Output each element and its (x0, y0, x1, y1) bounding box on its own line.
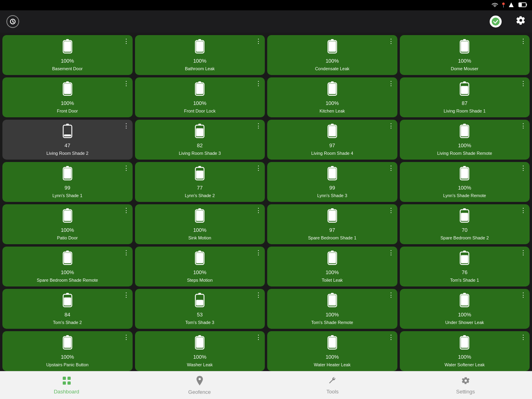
device-name: Patio Door (57, 235, 78, 241)
more-button[interactable]: ⋮ (388, 165, 394, 172)
more-button[interactable]: ⋮ (255, 292, 262, 298)
more-button[interactable]: ⋮ (520, 292, 526, 298)
more-button[interactable]: ⋮ (123, 334, 129, 341)
nav-item-tools[interactable]: Tools (266, 376, 399, 395)
more-button[interactable]: ⋮ (123, 207, 129, 214)
svg-rect-53 (461, 168, 468, 179)
device-name: Sink Motion (189, 235, 211, 241)
svg-rect-65 (461, 213, 468, 221)
more-button[interactable]: ⋮ (520, 38, 526, 45)
device-card[interactable]: ⋮ 100% Water Heater Leak (267, 331, 397, 371)
battery-icon (459, 293, 470, 311)
device-card[interactable]: ⋮ 53 Tom's Shade 3 (135, 289, 265, 329)
device-card[interactable]: ⋮ 100% Kitchen Leak (267, 77, 397, 117)
nav-item-dashboard[interactable]: Dashboard (0, 376, 133, 395)
more-button[interactable]: ⋮ (388, 292, 394, 298)
more-button[interactable]: ⋮ (388, 38, 394, 45)
device-card[interactable]: ⋮ 100% Steps Motion (135, 247, 265, 286)
device-card[interactable]: ⋮ 100% Under Shower Leak (400, 289, 530, 329)
svg-rect-71 (196, 253, 203, 263)
more-button[interactable]: ⋮ (123, 165, 129, 172)
device-card[interactable]: ⋮ 100% Upstairs Panic Button (2, 331, 133, 371)
battery-level: 99 (65, 185, 70, 191)
svg-rect-56 (64, 211, 71, 221)
more-button[interactable]: ⋮ (520, 207, 526, 214)
more-button[interactable]: ⋮ (123, 123, 129, 129)
svg-rect-38 (329, 126, 336, 136)
more-button[interactable]: ⋮ (388, 123, 394, 129)
device-card[interactable]: ⋮ 100% Condensate Leak (267, 35, 397, 75)
device-card[interactable]: ⋮ 100% Front Door Lock (135, 77, 265, 117)
more-button[interactable]: ⋮ (123, 292, 129, 298)
device-card[interactable]: ⋮ 84 Tom's Shade 2 (2, 289, 133, 329)
device-card[interactable]: ⋮ 100% Water Softener Leak (400, 331, 530, 371)
more-button[interactable]: ⋮ (520, 165, 526, 172)
battery-level: 100% (458, 142, 471, 148)
device-name: Lynn's Shade 1 (52, 193, 82, 198)
more-button[interactable]: ⋮ (388, 81, 394, 87)
more-button[interactable]: ⋮ (255, 250, 262, 256)
bottom-nav: Dashboard Geofence Tools Settings (0, 371, 532, 399)
more-button[interactable]: ⋮ (255, 81, 262, 87)
more-button[interactable]: ⋮ (123, 250, 129, 256)
more-button[interactable]: ⋮ (520, 250, 526, 256)
more-button[interactable]: ⋮ (520, 334, 526, 341)
nav-label-dashboard: Dashboard (54, 389, 79, 395)
battery-level: 82 (197, 142, 202, 148)
device-card[interactable]: ⋮ 99 Lynn's Shade 3 (267, 162, 397, 202)
check-icon[interactable] (490, 16, 502, 28)
more-button[interactable]: ⋮ (520, 123, 526, 129)
device-card[interactable]: ⋮ 97 Living Room Shade 4 (267, 120, 397, 160)
more-button[interactable]: ⋮ (520, 81, 526, 87)
battery-level: 100% (61, 227, 74, 233)
device-card[interactable]: ⋮ 100% Dome Mouser (400, 35, 530, 75)
device-name: Water Heater Leak (314, 362, 351, 367)
device-card[interactable]: ⋮ 47 Living Room Shade 2 (2, 120, 133, 160)
more-button[interactable]: ⋮ (255, 165, 262, 172)
device-card[interactable]: ⋮ 100% Tom's Shade Remote (267, 289, 397, 329)
nav-item-geofence[interactable]: Geofence (133, 376, 266, 395)
nav-icon-settings (461, 376, 470, 387)
battery-level: 70 (462, 227, 467, 233)
more-button[interactable]: ⋮ (388, 207, 394, 214)
device-card[interactable]: ⋮ 97 Spare Bedroom Shade 1 (267, 204, 397, 244)
settings-button[interactable] (516, 16, 526, 28)
more-button[interactable]: ⋮ (255, 334, 262, 341)
svg-rect-109 (67, 377, 71, 380)
device-card[interactable]: ⋮ 87 Living Room Shade 1 (400, 77, 530, 117)
device-card[interactable]: ⋮ 100% Patio Door (2, 204, 133, 244)
device-card[interactable]: ⋮ 99 Lynn's Shade 1 (2, 162, 133, 202)
more-button[interactable]: ⋮ (388, 334, 394, 341)
more-button[interactable]: ⋮ (123, 81, 129, 87)
device-card[interactable]: ⋮ 100% Spare Bedroom Shade Remote (2, 247, 133, 286)
device-name: Tom's Shade 1 (450, 278, 479, 283)
device-card[interactable]: ⋮ 100% Bathroom Leak (135, 35, 265, 75)
device-name: Spare Bedroom Shade 1 (308, 235, 356, 241)
device-card[interactable]: ⋮ 100% Lynn's Shade Remote (400, 162, 530, 202)
more-button[interactable]: ⋮ (388, 250, 394, 256)
back-circle-icon[interactable] (6, 15, 19, 28)
device-card[interactable]: ⋮ 70 Spare Bedroom Shade 2 (400, 204, 530, 244)
device-card[interactable]: ⋮ 100% Toilet Leak (267, 247, 397, 286)
device-card[interactable]: ⋮ 100% Front Door (2, 77, 133, 117)
device-card[interactable]: ⋮ 100% Washer Leak (135, 331, 265, 371)
device-name: Tom's Shade Remote (311, 320, 353, 325)
battery-level: 100% (61, 269, 74, 275)
device-card[interactable]: ⋮ 76 Tom's Shade 1 (400, 247, 530, 286)
more-button[interactable]: ⋮ (123, 38, 129, 45)
battery-icon (194, 335, 205, 353)
nav-label-settings: Settings (456, 389, 475, 395)
device-card[interactable]: ⋮ 100% Living Room Shade Remote (400, 120, 530, 160)
battery-icon (459, 335, 470, 353)
device-card[interactable]: ⋮ 82 Living Room Shade 3 (135, 120, 265, 160)
device-card[interactable]: ⋮ 100% Basement Door (2, 35, 133, 75)
nav-item-settings[interactable]: Settings (399, 376, 532, 395)
battery-level: 97 (330, 142, 335, 148)
more-button[interactable]: ⋮ (255, 38, 262, 45)
more-button[interactable]: ⋮ (255, 207, 262, 214)
device-card[interactable]: ⋮ 77 Lynn's Shade 2 (135, 162, 265, 202)
device-card[interactable]: ⋮ 100% Sink Motion (135, 204, 265, 244)
more-button[interactable]: ⋮ (255, 123, 262, 129)
svg-rect-74 (329, 253, 336, 263)
battery-level: 100% (193, 100, 206, 106)
